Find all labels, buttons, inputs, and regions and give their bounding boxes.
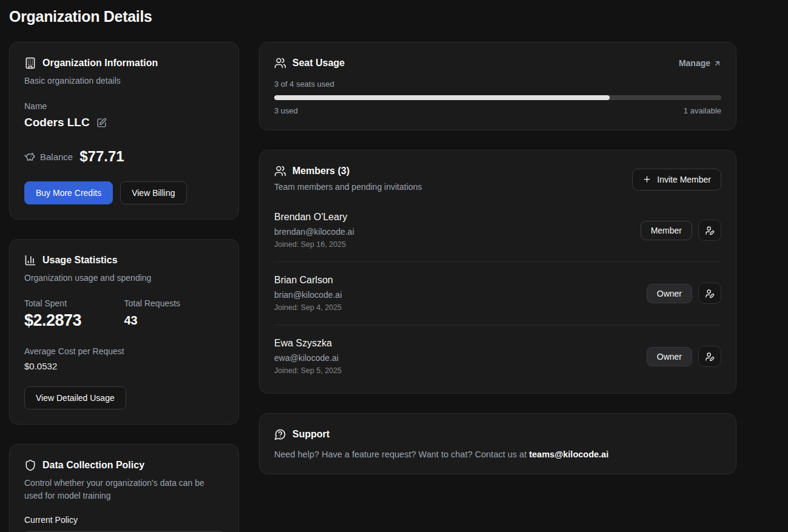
member-name: Brian Carlson <box>274 275 342 286</box>
data-collection-policy-card: Data Collection Policy Control whether y… <box>9 444 239 532</box>
member-actions: Member <box>641 220 721 241</box>
card-title: Members (3) <box>292 166 349 177</box>
invite-member-label: Invite Member <box>657 175 711 184</box>
balance-row: Balance $77.71 <box>24 148 224 165</box>
support-card: Support Need help? Have a feature reques… <box>259 413 736 474</box>
member-email: ewa@kilocode.ai <box>274 353 342 363</box>
card-title: Seat Usage <box>292 58 345 69</box>
edit-role-button[interactable] <box>698 220 721 241</box>
edit-role-button[interactable] <box>698 283 721 304</box>
org-buttons-row: Buy More Credits View Billing <box>24 181 224 204</box>
member-info: Ewa Szyszka ewa@kilocode.ai Joined: Sep … <box>274 338 342 375</box>
current-policy-label: Current Policy <box>24 515 224 525</box>
piggy-bank-icon <box>24 151 35 162</box>
seat-usage-card: Seat Usage Manage 3 of 4 seats used 3 us… <box>259 42 736 130</box>
member-joined-date: Joined: Sep 16, 2025 <box>274 240 354 249</box>
organization-information-card: Organization Information Basic organizat… <box>9 42 239 220</box>
seat-usage-title-group: Seat Usage <box>274 57 345 69</box>
seats-used-label: 3 used <box>274 106 298 115</box>
card-subtitle: Team members and pending invitations <box>274 181 422 194</box>
left-column: Organization Information Basic organizat… <box>9 42 239 532</box>
user-pen-icon <box>705 289 715 298</box>
member-name: Ewa Szyszka <box>274 338 342 349</box>
name-label: Name <box>24 101 224 111</box>
seat-summary: 3 of 4 seats used <box>274 79 721 89</box>
member-email: brian@kilocode.ai <box>274 290 342 300</box>
role-badge: Member <box>641 221 692 240</box>
avg-cost-label: Average Cost per Request <box>24 346 224 356</box>
organization-information-header: Organization Information <box>24 57 224 69</box>
question-bubble-icon <box>274 428 286 440</box>
total-requests-stat: Total Requests 43 <box>124 298 224 330</box>
edit-role-button[interactable] <box>698 346 721 367</box>
card-subtitle: Organization usage and spending <box>24 272 224 285</box>
bar-chart-icon <box>24 254 36 266</box>
member-name: Brendan O'Leary <box>274 212 354 223</box>
right-column: Seat Usage Manage 3 of 4 seats used 3 us… <box>259 42 736 474</box>
manage-seats-link[interactable]: Manage <box>679 58 721 68</box>
shield-icon <box>24 459 36 471</box>
member-joined-date: Joined: Sep 4, 2025 <box>274 303 342 312</box>
data-collection-policy-header: Data Collection Policy <box>24 459 224 471</box>
manage-label: Manage <box>679 58 710 68</box>
support-text: Need help? Have a feature request? Want … <box>274 450 721 459</box>
member-list: Brendan O'Leary brendan@kilocode.ai Join… <box>274 199 721 379</box>
member-actions: Owner <box>647 346 721 367</box>
support-message: Need help? Have a feature request? Want … <box>274 450 529 459</box>
content-columns: Organization Information Basic organizat… <box>9 42 736 532</box>
card-subtitle: Basic organization details <box>24 75 224 87</box>
card-title: Support <box>292 429 329 440</box>
seats-available-label: 1 available <box>684 106 721 115</box>
user-pen-icon <box>705 352 715 362</box>
page-title: Organization Details <box>9 8 736 25</box>
usage-statistics-card: Usage Statistics Organization usage and … <box>9 239 239 425</box>
users-icon <box>274 165 286 177</box>
view-billing-button[interactable]: View Billing <box>120 181 186 204</box>
total-spent-label: Total Spent <box>24 298 124 308</box>
total-spent-value: $2.2873 <box>24 311 124 330</box>
org-name-row: Coders LLC <box>24 116 224 129</box>
balance-label: Balance <box>40 152 73 162</box>
card-title: Usage Statistics <box>42 255 118 266</box>
seat-progress-bar <box>274 95 721 100</box>
balance-value: $77.71 <box>79 148 124 165</box>
member-row: Ewa Szyszka ewa@kilocode.ai Joined: Sep … <box>274 325 721 379</box>
invite-member-button[interactable]: Invite Member <box>632 169 721 190</box>
user-pen-icon <box>705 226 715 235</box>
total-requests-label: Total Requests <box>124 298 224 308</box>
seat-usage-footer: 3 used 1 available <box>274 106 721 115</box>
edit-name-button[interactable] <box>96 118 107 128</box>
member-row: Brian Carlson brian@kilocode.ai Joined: … <box>274 262 721 325</box>
members-header: Members (3) Team members and pending inv… <box>274 165 721 194</box>
building-icon <box>24 57 36 69</box>
card-title: Data Collection Policy <box>42 460 144 471</box>
plus-icon <box>642 175 652 184</box>
support-email-link[interactable]: teams@kilocode.ai <box>529 450 608 459</box>
seat-progress-fill <box>274 95 610 100</box>
view-detailed-usage-button[interactable]: View Detailed Usage <box>24 386 126 409</box>
role-badge: Owner <box>647 347 692 366</box>
seat-usage-header: Seat Usage Manage <box>274 57 721 69</box>
role-badge: Owner <box>647 284 692 303</box>
member-info: Brian Carlson brian@kilocode.ai Joined: … <box>274 275 342 312</box>
usage-statistics-header: Usage Statistics <box>24 254 224 266</box>
member-info: Brendan O'Leary brendan@kilocode.ai Join… <box>274 212 354 249</box>
arrow-up-right-icon <box>713 59 721 67</box>
card-title: Organization Information <box>42 58 158 69</box>
member-email: brendan@kilocode.ai <box>274 227 354 237</box>
users-icon <box>274 57 286 69</box>
org-name-value: Coders LLC <box>24 116 90 129</box>
buy-more-credits-button[interactable]: Buy More Credits <box>24 181 113 204</box>
stats-grid: Total Spent $2.2873 Total Requests 43 <box>24 298 224 330</box>
page-container: Organization Details Organization Inform… <box>0 0 788 532</box>
card-subtitle: Control whether your organization's data… <box>24 477 224 502</box>
edit-pencil-icon <box>96 118 107 128</box>
member-joined-date: Joined: Sep 5, 2025 <box>274 366 342 375</box>
members-title-group: Members (3) Team members and pending inv… <box>274 165 422 194</box>
total-requests-value: 43 <box>124 314 224 328</box>
avg-cost-value: $0.0532 <box>24 361 224 371</box>
member-row: Brendan O'Leary brendan@kilocode.ai Join… <box>274 199 721 262</box>
members-title-row: Members (3) <box>274 165 422 177</box>
usage-button-row: View Detailed Usage <box>24 386 224 409</box>
total-spent-stat: Total Spent $2.2873 <box>24 298 124 330</box>
